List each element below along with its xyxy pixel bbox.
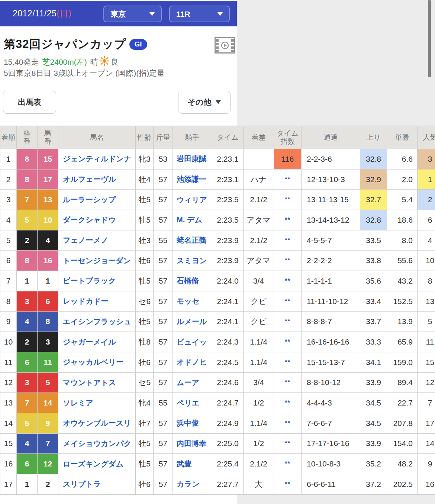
- time-index: **: [274, 332, 302, 352]
- carried-weight: 55: [154, 230, 173, 251]
- win-odds: 152.5: [387, 291, 418, 311]
- favorite-rank: 15: [418, 352, 435, 372]
- horse-name-link[interactable]: トーセンジョーダン: [58, 251, 136, 271]
- jockey-link[interactable]: 浜中俊: [173, 413, 212, 433]
- race-title: 第32回ジャパンカップ: [4, 36, 126, 52]
- jockey-link[interactable]: 岩田康誠: [173, 149, 212, 169]
- horse-name-link[interactable]: フェノーメノ: [58, 230, 136, 251]
- entries-button[interactable]: 出馬表: [3, 91, 56, 114]
- others-dropdown-button[interactable]: その他: [178, 91, 231, 114]
- jockey-link[interactable]: 池添謙一: [173, 169, 212, 190]
- sex-age: 牝4: [136, 393, 154, 413]
- passing-order: 6-6-6-11: [302, 474, 360, 495]
- passing-order: 1-1-1-1: [302, 271, 360, 291]
- margin: 2.1/2: [244, 230, 274, 251]
- favorite-rank: 16: [418, 474, 435, 495]
- track-dropdown[interactable]: 東京: [103, 6, 162, 22]
- margin: ハナ: [244, 169, 274, 190]
- horse-name-link[interactable]: オルフェーヴル: [58, 169, 136, 190]
- time-index: **: [274, 271, 302, 291]
- margin: 1/2: [244, 433, 274, 454]
- jockey-link[interactable]: カラン: [173, 474, 212, 495]
- jockey-link[interactable]: ルメール: [173, 311, 212, 332]
- jockey-link[interactable]: 内田博幸: [173, 433, 212, 454]
- carried-weight: 55: [154, 393, 173, 413]
- favorite-rank: 1: [418, 169, 435, 190]
- passing-order: 7-6-6-7: [302, 413, 360, 433]
- jockey-link[interactable]: オドノヒ: [173, 352, 212, 372]
- favorite-rank: 17: [418, 413, 435, 433]
- race-conditions-line: 15:40発走 芝2400m(左) 晴 良: [4, 56, 119, 68]
- jockey-link[interactable]: モッセ: [173, 291, 212, 311]
- result-row: 1547メイショウカンパク牡557内田博幸2:25.01/2**17-17-16…: [0, 433, 435, 454]
- horse-name-link[interactable]: ビートブラック: [58, 271, 136, 291]
- column-header-1: 枠 番: [17, 126, 38, 149]
- horse-name-link[interactable]: エイシンフラッシュ: [58, 311, 136, 332]
- carried-weight: 57: [154, 433, 173, 454]
- win-odds: 18.6: [387, 210, 418, 230]
- jockey-link[interactable]: ペリエ: [173, 393, 212, 413]
- horse-number: 7: [38, 433, 58, 454]
- horse-name-link[interactable]: ジェンティルドンナ: [58, 149, 136, 169]
- passing-order: 4-5-5-7: [302, 230, 360, 251]
- result-row: 3713ルーラーシップ牡557ウィリア2:23.52.1/2**13-11-13…: [0, 190, 435, 210]
- jockey-link[interactable]: 石橋脩: [173, 271, 212, 291]
- results-table-wrapper: 着順枠 番馬 番馬名性齢斤量騎手タイム着差タイム 指数通過上り単勝人気 1815…: [0, 126, 435, 495]
- margin: クビ: [244, 291, 274, 311]
- win-odds: 13.9: [387, 311, 418, 332]
- horse-name-link[interactable]: レッドカドー: [58, 291, 136, 311]
- jockey-link[interactable]: 武豊: [173, 454, 212, 474]
- column-header-9: タイム 指数: [274, 126, 302, 149]
- horse-name-link[interactable]: スリプトラ: [58, 474, 136, 495]
- column-header-13: 人気: [418, 126, 435, 149]
- jockey-link[interactable]: スミヨン: [173, 251, 212, 271]
- favorite-rank: 14: [418, 433, 435, 454]
- frame-number: 6: [17, 454, 38, 474]
- race-number-dropdown[interactable]: 11R: [169, 6, 230, 22]
- horse-name-link[interactable]: ルーラーシップ: [58, 190, 136, 210]
- win-odds: 55.6: [387, 251, 418, 271]
- passing-order: 16-16-16-16: [302, 332, 360, 352]
- horse-number: 9: [38, 413, 58, 433]
- sex-age: 牡5: [136, 190, 154, 210]
- jockey-link[interactable]: 蛯名正義: [173, 230, 212, 251]
- frame-number: 1: [17, 474, 38, 495]
- margin: 1.1/4: [244, 352, 274, 372]
- horse-name-link[interactable]: メイショウカンパク: [58, 433, 136, 454]
- scrollbar-thumb[interactable]: [428, 0, 431, 77]
- sex-age: 牡8: [136, 332, 154, 352]
- horse-name-link[interactable]: オウケンブルースリ: [58, 413, 136, 433]
- passing-order: 2-2-3-6: [302, 149, 360, 169]
- last-3f-time: 32.8: [360, 149, 387, 169]
- last-3f-time: 34.5: [360, 413, 387, 433]
- jockey-link[interactable]: ウィリア: [173, 190, 212, 210]
- jockey-link[interactable]: ムーア: [173, 372, 212, 393]
- result-row: 1712スリプトラ牡657カラン2:27.7大**6-6-6-1137.2202…: [0, 474, 435, 495]
- win-odds: 2.0: [387, 169, 418, 190]
- finish-position: 14: [0, 413, 17, 433]
- horse-number: 16: [38, 251, 58, 271]
- last-3f-time: 34.5: [360, 393, 387, 413]
- win-odds: 48.2: [387, 454, 418, 474]
- sex-age: 牡5: [136, 271, 154, 291]
- margin: 大: [244, 474, 274, 495]
- column-header-2: 馬 番: [38, 126, 58, 149]
- finish-time: 2:23.9: [212, 230, 244, 251]
- time-index: **: [274, 474, 302, 495]
- horse-name-link[interactable]: ローズキングダム: [58, 454, 136, 474]
- horse-name-link[interactable]: ダークシャドウ: [58, 210, 136, 230]
- result-row: 1815ジェンティルドンナ牝353岩田康誠2:23.11162-2-3-632.…: [0, 149, 435, 169]
- horse-name-link[interactable]: ジャッカルベリー: [58, 352, 136, 372]
- sex-age: 牡6: [136, 474, 154, 495]
- finish-time: 2:24.0: [212, 271, 244, 291]
- date-value: 2012/11/25: [13, 9, 57, 18]
- horse-name-link[interactable]: ジャガーメイル: [58, 332, 136, 352]
- horse-name-link[interactable]: ソレミア: [58, 393, 136, 413]
- race-video-icon[interactable]: [215, 37, 235, 55]
- win-odds: 8.0: [387, 230, 418, 251]
- sex-age: 牡6: [136, 352, 154, 372]
- jockey-link[interactable]: ビュイッ: [173, 332, 212, 352]
- weather-label: 晴: [90, 57, 98, 67]
- horse-name-link[interactable]: マウントアトス: [58, 372, 136, 393]
- jockey-link[interactable]: M. デム: [173, 210, 212, 230]
